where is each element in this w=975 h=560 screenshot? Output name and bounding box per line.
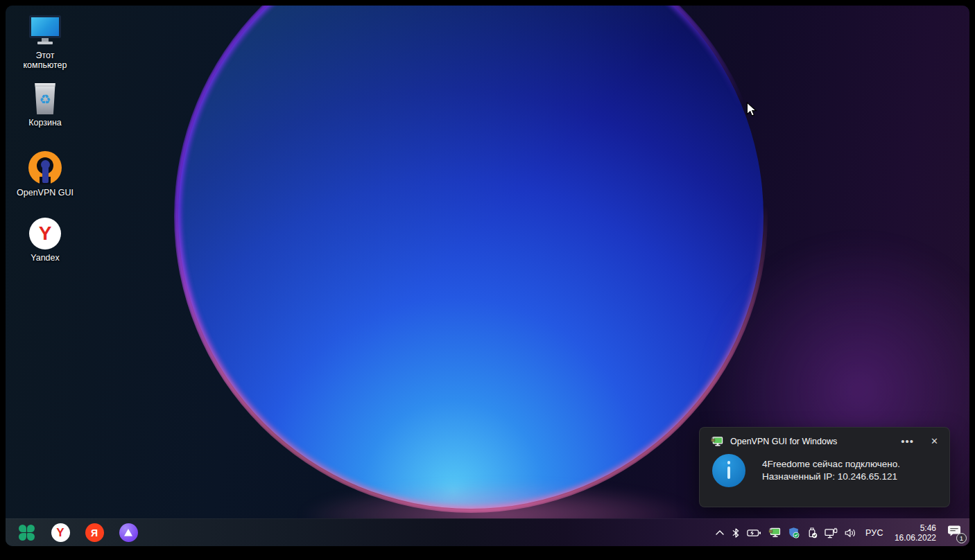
openvpn-tray-icon[interactable] bbox=[768, 527, 782, 539]
desktop-icon-recycle-bin[interactable]: ♻ Корзина bbox=[12, 83, 78, 128]
this-pc-icon bbox=[28, 15, 62, 47]
yandex-browser-icon: Y bbox=[51, 523, 70, 542]
wallpaper-pink-rim bbox=[174, 6, 768, 513]
toast-app-title: OpenVPN GUI for Windows bbox=[730, 437, 837, 446]
volume-icon[interactable] bbox=[844, 527, 857, 539]
clock[interactable]: 5:46 16.06.2022 bbox=[895, 523, 936, 543]
taskbar-alice-button[interactable] bbox=[119, 523, 138, 543]
toast-body: 4Freedome сейчас подключено. Назначенный… bbox=[700, 447, 949, 487]
yandex-browser-icon: Y bbox=[29, 218, 61, 250]
notification-count-badge: 1 bbox=[956, 533, 967, 543]
recycle-glyph: ♻ bbox=[39, 91, 51, 107]
taskbar: Y Я bbox=[6, 518, 969, 546]
system-tray: РУС 5:46 16.06.2022 1 bbox=[714, 523, 961, 543]
desktop-icon-label: Yandex bbox=[31, 253, 59, 263]
windows-security-shield-icon[interactable] bbox=[787, 526, 800, 539]
battery-charging-icon[interactable] bbox=[746, 527, 762, 539]
toast-header: OpenVPN GUI for Windows ••• ✕ bbox=[700, 428, 949, 447]
notification-toast[interactable]: OpenVPN GUI for Windows ••• ✕ 4Freedome … bbox=[699, 427, 950, 507]
taskbar-yandex-browser-button[interactable]: Y bbox=[51, 523, 70, 543]
alice-icon bbox=[119, 523, 138, 542]
desktop-icon-label: OpenVPN GUI bbox=[17, 188, 74, 198]
toast-message-line2: Назначенный IP: 10.246.65.121 bbox=[762, 471, 900, 483]
clock-time: 5:46 bbox=[895, 523, 936, 533]
taskbar-yandex-search-button[interactable]: Я bbox=[85, 523, 104, 543]
clock-date: 16.06.2022 bbox=[895, 533, 936, 543]
desktop-icon-label: Этот компьютер bbox=[15, 51, 76, 70]
desktop[interactable]: Этот компьютер ♻ Корзина OpenVPN GUI Y Y… bbox=[6, 6, 969, 546]
recycle-bin-icon: ♻ bbox=[33, 83, 57, 114]
safely-remove-hardware-icon[interactable] bbox=[806, 526, 818, 539]
toast-message-line1: 4Freedome сейчас подключено. bbox=[762, 458, 900, 471]
more-options-icon[interactable]: ••• bbox=[901, 435, 914, 447]
desktop-icon-yandex[interactable]: Y Yandex bbox=[12, 218, 78, 263]
close-icon[interactable]: ✕ bbox=[931, 436, 938, 446]
info-icon bbox=[712, 454, 745, 487]
hidden-icons-chevron-icon[interactable] bbox=[714, 529, 725, 536]
desktop-icon-openvpn[interactable]: OpenVPN GUI bbox=[12, 151, 78, 198]
openvpn-monitor-lock-icon bbox=[711, 436, 723, 447]
desktop-icon-this-pc[interactable]: Этот компьютер bbox=[12, 15, 78, 70]
openvpn-icon bbox=[28, 151, 62, 184]
bluetooth-icon[interactable] bbox=[731, 527, 741, 539]
taskbar-pinned-apps: Y Я bbox=[17, 523, 138, 543]
start-button[interactable] bbox=[17, 523, 36, 543]
yandex-search-icon: Я bbox=[85, 523, 104, 542]
clover-icon bbox=[19, 525, 35, 541]
notification-center-button[interactable]: 1 bbox=[947, 525, 961, 541]
desktop-icon-label: Корзина bbox=[28, 118, 62, 128]
network-ethernet-icon[interactable] bbox=[824, 527, 838, 539]
language-indicator[interactable]: РУС bbox=[863, 528, 886, 538]
